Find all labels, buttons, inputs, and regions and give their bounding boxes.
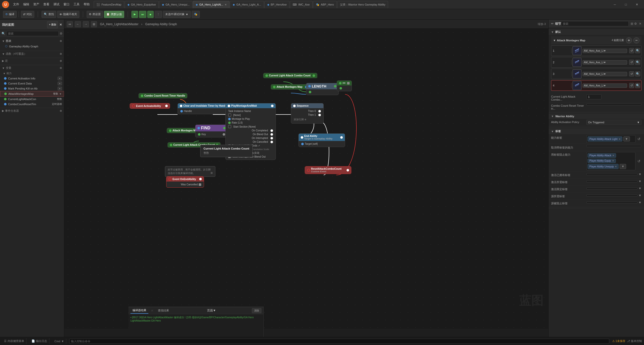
debug-options-button[interactable]: ⋮ xyxy=(155,11,162,18)
var-combo-timer[interactable]: ComboCountResetTim 定时器柄 xyxy=(0,102,64,107)
section-default-header[interactable]: ▼ 默认 xyxy=(549,29,644,35)
disabled-node-close[interactable]: ⊞ xyxy=(211,171,213,174)
cmd-btn[interactable]: Cmd ▼ xyxy=(52,339,66,344)
map-add-global-btn[interactable]: + xyxy=(626,37,632,43)
variables-add-btn[interactable]: ⊕ xyxy=(60,66,62,70)
menu-tools[interactable]: 工具 xyxy=(74,2,80,7)
maximize-button[interactable]: □ xyxy=(621,1,631,8)
tags-header[interactable]: ▼ 标签 xyxy=(549,128,644,134)
menu-help[interactable]: 帮助 xyxy=(84,2,90,7)
node-attack-map-top[interactable]: Attack Montages Map xyxy=(271,84,310,90)
tag-ability-dropdown[interactable]: ▼ xyxy=(623,136,630,141)
node-equals[interactable]: == xyxy=(337,80,352,91)
close-button[interactable]: ✕ xyxy=(632,1,642,8)
play-next-button[interactable]: ⏭ xyxy=(139,11,146,18)
tab-ga-unequip[interactable]: ◆ GA_Hero_Unequi... xyxy=(159,1,192,8)
node-sequence[interactable]: Sequence Then 0 Then 1 添加引脚 ⊕ xyxy=(291,103,324,124)
grid-view-btn[interactable]: ⊞ xyxy=(631,22,633,25)
stop-button[interactable]: ■ xyxy=(147,11,154,18)
nav-expand-btn[interactable]: ⇔ xyxy=(67,21,73,27)
map-reset-btn-1[interactable]: ↺ xyxy=(629,48,634,53)
node-event-activate[interactable]: Event ActivateAbility xyxy=(130,103,170,109)
nav-home-btn[interactable]: ⊞ xyxy=(91,21,97,27)
map-browse-btn-4[interactable]: 🔍 xyxy=(635,83,640,88)
details-search-input[interactable] xyxy=(561,21,629,26)
macros-toggle[interactable]: ▶ 宏 xyxy=(2,59,8,63)
functions-add-btn[interactable]: ⊕ xyxy=(60,52,62,55)
var-current-activation[interactable]: Current Activation Info ● xyxy=(0,76,64,81)
play-button[interactable]: ▶ xyxy=(131,11,138,18)
compiler-tab-find[interactable]: 查找结果 xyxy=(156,308,171,313)
ability-tags-reset-btn[interactable]: ↺ xyxy=(636,136,641,141)
attack-montages-header[interactable]: ▼ Attack Montages Map 4 贴图元素 + − xyxy=(551,36,641,44)
map-key-input-2[interactable] xyxy=(553,61,570,64)
diff-button[interactable]: ⇄ 对比 xyxy=(21,11,34,18)
default-value-button[interactable]: 📋 类默认值 xyxy=(104,11,124,18)
node-clear-timer[interactable]: Clear and Invalidate Timer by Handle Han… xyxy=(178,103,233,114)
var-mark-pending[interactable]: Mark Pending Kill on Ab ● xyxy=(0,86,64,91)
compiler-clear-btn[interactable]: 清除 xyxy=(252,308,261,313)
menu-file[interactable]: 文件 xyxy=(13,2,19,7)
src-required-arrow[interactable]: ▼ xyxy=(638,194,641,197)
tab-ga-light2[interactable]: ◆ GA_Hero_Light_A... xyxy=(230,1,264,8)
required-arrow[interactable]: ▼ xyxy=(638,180,641,183)
minimize-button[interactable]: ─ xyxy=(610,1,620,8)
tab-ga-light[interactable]: ◆ GA_Hero_LightAt... ✕ xyxy=(193,1,229,8)
src-blocked-arrow[interactable]: ▼ xyxy=(638,201,641,204)
map-val-dropdown-1[interactable]: AM_Hero_Axe_Li▼ xyxy=(583,49,627,53)
details-settings-btn[interactable]: ⚙ xyxy=(634,22,637,25)
tag-close-equip[interactable]: ✕ xyxy=(612,159,614,162)
map-key-input-3[interactable] xyxy=(553,72,570,75)
owned-arrow[interactable]: ▼ xyxy=(638,172,641,176)
find-button[interactable]: 🔍 查找 xyxy=(42,11,56,18)
debug-extra-button[interactable]: 🎭 xyxy=(192,11,200,18)
add-graph-btn[interactable]: ⊕ xyxy=(60,39,62,43)
add-then-btn[interactable]: 添加引脚 ⊕ xyxy=(293,117,322,122)
graph-item-gameplay[interactable]: ⬡ Gameplay Ability Graph xyxy=(0,44,64,49)
compiler-tab-results[interactable]: 编译器结果 xyxy=(130,307,148,314)
tab-abp-hero[interactable]: 🎭 ABP_Hero xyxy=(313,1,337,8)
settings-icon[interactable]: ⚙ xyxy=(60,32,62,35)
node-find[interactable]: FIND Key xyxy=(195,125,228,137)
current-light-input[interactable] xyxy=(586,94,601,99)
tab-imc-axe[interactable]: ⌨ IMC_Axe xyxy=(290,1,312,8)
menu-window[interactable]: 窗口 xyxy=(63,2,70,7)
map-reset-btn-4[interactable]: ↺ xyxy=(629,83,634,88)
blocked-arrow[interactable]: ▼ xyxy=(638,187,641,190)
tab-feature-dev[interactable]: ⬛ FeatureDevMap xyxy=(94,1,124,8)
map-remove-global-btn[interactable]: − xyxy=(633,37,639,43)
map-val-dropdown-4[interactable]: AM_Hero_Axe_Li▼ xyxy=(583,83,627,88)
node-reset-combo[interactable]: ResetAttackComboCount Custom Event xyxy=(305,166,351,174)
map-val-dropdown-3[interactable]: AM_Hero_Axe_Li▼ xyxy=(583,72,627,76)
tag-close-btn[interactable]: ✕ xyxy=(619,138,621,140)
node-current-combo-top[interactable]: Current Light Attack Combo Count xyxy=(263,73,317,78)
events-toggle[interactable]: ▶ 事件分发器 xyxy=(2,109,19,113)
debug-target-button[interactable]: 未选中调试对象 ▼ xyxy=(163,11,191,18)
class-settings-button[interactable]: ⚙ 类设置 xyxy=(87,11,103,18)
activation-policy-dropdown[interactable]: On Triggered ▼ xyxy=(586,120,641,125)
bp-canvas[interactable]: Combo Count Reset Timer Handle Event Act… xyxy=(64,29,548,329)
tab-close-ga-light[interactable]: ✕ xyxy=(225,3,227,6)
node-combo-reset-handle[interactable]: Combo Count Reset Timer Handle xyxy=(139,93,187,98)
tab-parent[interactable]: 父类：Warrior Hero Gameplay Ability xyxy=(337,1,388,8)
warrior-ability-header[interactable]: ▼ Warrior Ability xyxy=(549,114,644,119)
compiler-page-btn[interactable]: 页面▼ xyxy=(207,308,216,313)
menu-edit[interactable]: 编辑 xyxy=(23,2,29,7)
menu-view[interactable]: 查看 xyxy=(43,2,49,7)
tag-close-unequip[interactable]: ✕ xyxy=(615,165,617,168)
compile-button[interactable]: ⚙ 编译 xyxy=(3,11,17,18)
content-browser-btn[interactable]: ☰ 内容侧滑菜单 xyxy=(2,338,26,344)
nav-forward-btn[interactable]: → xyxy=(83,21,89,27)
map-val-dropdown-2[interactable]: AM_Hero_Axe_Li▼ xyxy=(583,60,627,65)
map-reset-btn-3[interactable]: ↺ xyxy=(629,71,634,76)
events-add-btn[interactable]: ⊕ xyxy=(60,109,62,112)
search-input[interactable] xyxy=(6,31,59,36)
map-reset-btn-2[interactable]: ↺ xyxy=(629,60,634,65)
menu-debug[interactable]: 调试 xyxy=(53,2,59,7)
node-end-ability[interactable]: End Ability Target is Gameplay Ability T… xyxy=(298,133,345,147)
menu-assets[interactable]: 资产 xyxy=(33,2,39,7)
block-tags-reset-btn[interactable]: ↺ xyxy=(636,159,641,164)
nav-back-btn[interactable]: ← xyxy=(75,21,81,27)
tag-close-attack[interactable]: ✕ xyxy=(612,154,614,157)
map-browse-btn-2[interactable]: 🔍 xyxy=(635,60,640,65)
